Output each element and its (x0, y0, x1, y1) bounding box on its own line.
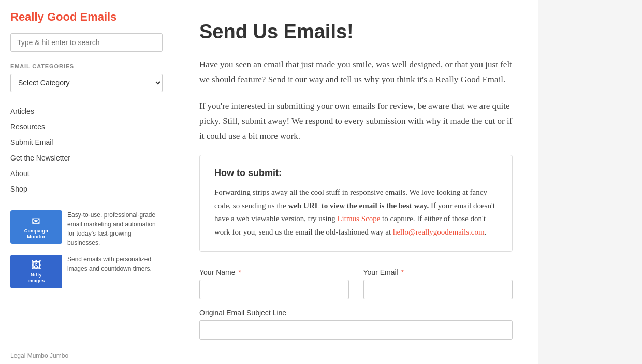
campaign-monitor-name: CampaignMonitor (24, 228, 48, 240)
category-select[interactable]: Select Category (10, 74, 163, 92)
nifty-images-text: Send emails with personalized images and… (67, 255, 163, 273)
site-logo[interactable]: Really Good Emails (10, 10, 163, 24)
email-link[interactable]: hello@reallygoodemails.com (393, 228, 485, 236)
right-panel (538, 0, 642, 364)
subject-label: Original Email Subject Line (199, 309, 513, 317)
page-title: Send Us Emails! (199, 21, 513, 43)
subject-input[interactable] (199, 320, 513, 340)
intro-paragraph-1: Have you seen an email that just made yo… (199, 57, 513, 88)
nav-link-get-the-newsletter[interactable]: Get the Newsletter (10, 150, 163, 166)
nav-link-shop[interactable]: Shop (10, 181, 163, 197)
nav-link-about[interactable]: About (10, 166, 163, 181)
nav-links: ArticlesResourcesSubmit EmailGet the New… (10, 104, 163, 197)
form-field-email: Your Email * (363, 268, 513, 299)
search-input[interactable] (10, 33, 163, 52)
email-categories-label: EMAIL CATEGORIES (10, 63, 163, 69)
litmus-scope-link[interactable]: Litmus Scope (337, 214, 380, 223)
form-section: Your Name * Your Email * Original Email … (199, 268, 513, 349)
submit-box: How to submit: Forwarding strips away al… (199, 155, 513, 252)
main-content: Send Us Emails! Have you seen an email t… (173, 0, 538, 364)
campaign-monitor-icon: ✉ (32, 215, 40, 227)
email-label: Your Email * (363, 268, 513, 276)
submit-bold-text: web URL to view the email is the best wa… (288, 201, 429, 210)
submit-box-text: Forwarding strips away all the cool stuf… (214, 186, 498, 239)
email-input[interactable] (363, 280, 513, 299)
submit-text-end: . (485, 228, 487, 236)
campaign-monitor-logo: ✉ CampaignMonitor (10, 210, 62, 244)
form-row-subject: Original Email Subject Line (199, 309, 513, 340)
legal-footer: Legal Mumbo Jumbo (10, 342, 163, 359)
nifty-images-logo: 🖼 Niftyimages (10, 255, 62, 288)
name-input[interactable] (199, 280, 349, 299)
nav-link-resources[interactable]: Resources (10, 119, 163, 135)
name-required-star: * (237, 268, 241, 276)
sidebar: Really Good Emails EMAIL CATEGORIES Sele… (0, 0, 173, 364)
campaign-monitor-text: Easy-to-use, professional-grade email ma… (67, 210, 163, 247)
form-field-name: Your Name * (199, 268, 349, 299)
form-row-name-email: Your Name * Your Email * (199, 268, 513, 299)
name-label: Your Name * (199, 268, 349, 276)
email-required-star: * (399, 268, 404, 276)
form-field-subject: Original Email Subject Line (199, 309, 513, 340)
nifty-images-name: Niftyimages (27, 272, 45, 284)
intro-paragraph-2: If you're interested in submitting your … (199, 99, 513, 144)
ad-campaign-monitor: ✉ CampaignMonitor Easy-to-use, professio… (10, 210, 163, 247)
nifty-images-icon: 🖼 (31, 259, 41, 271)
nav-link-articles[interactable]: Articles (10, 104, 163, 119)
submit-box-title: How to submit: (214, 168, 498, 179)
nav-link-submit-email[interactable]: Submit Email (10, 135, 163, 150)
ads-section: ✉ CampaignMonitor Easy-to-use, professio… (10, 210, 163, 288)
ad-nifty-images: 🖼 Niftyimages Send emails with personali… (10, 255, 163, 288)
